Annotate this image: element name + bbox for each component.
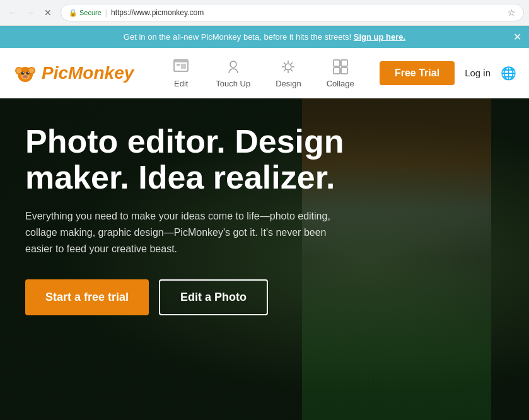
nav-design-label: Design	[276, 79, 301, 88]
design-icon	[279, 57, 298, 76]
svg-point-9	[28, 72, 29, 73]
nav-item-design[interactable]: Design	[263, 51, 313, 95]
logo-text: PicMonkey	[42, 63, 134, 83]
browser-nav-buttons: ← → ✕	[5, 5, 55, 20]
svg-line-22	[291, 69, 293, 71]
nav-item-edit[interactable]: Edit	[159, 51, 203, 95]
close-button[interactable]: ✕	[40, 5, 55, 20]
nav-edit-label: Edit	[174, 79, 188, 88]
url-display: https://www.picmonkey.com	[111, 8, 204, 17]
free-trial-nav-button[interactable]: Free Trial	[380, 61, 455, 85]
svg-point-6	[21, 71, 25, 74]
svg-rect-14	[181, 64, 186, 69]
address-bar[interactable]: 🔒 Secure | https://www.picmonkey.com ☆	[61, 4, 524, 21]
nav-item-collage[interactable]: Collage	[314, 51, 367, 95]
logo-monkey-icon	[13, 61, 38, 86]
logo-link[interactable]: PicMonkey	[13, 61, 134, 86]
forward-button[interactable]: →	[23, 5, 38, 20]
svg-line-23	[291, 62, 293, 64]
back-button[interactable]: ←	[5, 5, 20, 20]
secure-badge: 🔒 Secure	[69, 9, 102, 17]
svg-point-3	[16, 68, 21, 73]
announcement-link[interactable]: Sign up here.	[354, 32, 405, 42]
announcement-text: Get in on the all-new PicMonkey beta, be…	[124, 32, 354, 42]
browser-chrome: ← → ✕ 🔒 Secure | https://www.picmonkey.c…	[0, 0, 529, 26]
hero-section: Photo editor. Design maker. Idea realize…	[0, 98, 529, 420]
lock-icon: 🔒	[69, 9, 78, 17]
svg-point-15	[230, 61, 236, 67]
touchup-icon	[224, 57, 243, 76]
svg-point-7	[26, 71, 30, 74]
svg-rect-26	[341, 60, 347, 66]
nav-actions: Free Trial Log in 🌐	[380, 61, 516, 85]
svg-point-8	[23, 72, 24, 73]
hero-content: Photo editor. Design maker. Idea realize…	[0, 98, 378, 341]
hero-title: Photo editor. Design maker. Idea realize…	[25, 124, 353, 195]
nav-item-touchup[interactable]: Touch Up	[203, 51, 263, 95]
svg-point-16	[285, 64, 291, 70]
svg-rect-25	[334, 60, 340, 66]
svg-line-24	[284, 69, 286, 71]
hero-subtitle: Everything you need to make your ideas c…	[25, 208, 353, 257]
nav-touchup-label: Touch Up	[216, 79, 250, 88]
url-separator: |	[105, 8, 107, 17]
svg-line-21	[284, 62, 286, 64]
start-trial-button[interactable]: Start a free trial	[25, 279, 149, 315]
svg-point-4	[29, 68, 34, 73]
secure-label: Secure	[79, 9, 102, 16]
login-button[interactable]: Log in	[465, 67, 491, 78]
hero-buttons: Start a free trial Edit a Photo	[25, 279, 353, 315]
bookmark-button[interactable]: ☆	[508, 8, 516, 18]
browser-toolbar: ← → ✕ 🔒 Secure | https://www.picmonkey.c…	[0, 0, 529, 25]
nav-items: Edit Touch Up	[159, 51, 380, 95]
site-navigation: PicMonkey Edit Touch Up	[0, 48, 529, 98]
svg-point-10	[23, 75, 28, 78]
close-announcement-button[interactable]: ✕	[513, 32, 521, 42]
edit-photo-button[interactable]: Edit a Photo	[159, 279, 268, 315]
collage-icon	[331, 57, 350, 76]
announcement-banner: Get in on the all-new PicMonkey beta, be…	[0, 26, 529, 48]
svg-rect-12	[174, 60, 188, 62]
edit-icon	[171, 57, 190, 76]
svg-rect-27	[334, 67, 340, 74]
nav-collage-label: Collage	[327, 79, 354, 88]
language-button[interactable]: 🌐	[501, 66, 516, 81]
svg-rect-28	[341, 67, 347, 74]
